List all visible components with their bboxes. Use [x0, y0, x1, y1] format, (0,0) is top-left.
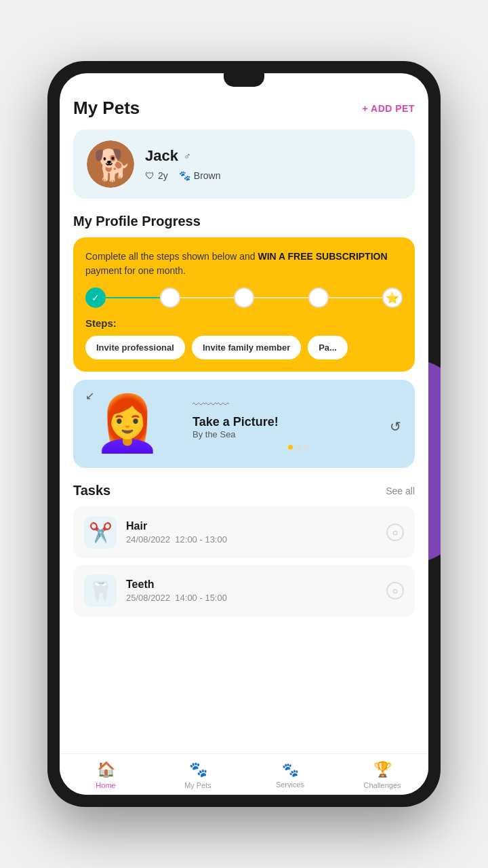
phone-notch [224, 73, 264, 87]
nav-item-my-pets[interactable]: 🐾 My Pets [178, 761, 218, 789]
task-hair-timerange: 12:00 - 13:00 [175, 534, 227, 545]
banner-emoji: 👩‍🦰 [94, 392, 161, 456]
see-all-button[interactable]: See all [386, 486, 415, 496]
nav-challenges-label: Challenges [363, 781, 401, 789]
steps-buttons: Invite professional Invite family member… [85, 336, 403, 359]
tooth-icon: 🦷 [89, 580, 113, 602]
nav-item-challenges[interactable]: 🏆 Challenges [362, 761, 403, 789]
pet-image [87, 140, 134, 188]
step-line-3 [254, 297, 308, 298]
banner-dots [192, 445, 404, 450]
promo-text: Complete all the steps shown below and W… [85, 250, 403, 278]
nav-services-label: Services [276, 781, 304, 789]
step-line-4 [329, 297, 383, 298]
pet-card: Jack ♂ 🛡 2y 🐾 Brown [73, 130, 415, 199]
pet-name: Jack [145, 147, 178, 165]
scissors-icon: ✂️ [89, 521, 113, 544]
pet-color: Brown [194, 170, 221, 181]
banner-content: ↺ 〰〰〰 Take a Picture! By the Sea [182, 398, 415, 450]
banner-card: ↙ 👩‍🦰 ↺ 〰〰〰 Take a Picture! By the Sea [73, 380, 415, 468]
progress-card: Complete all the steps shown below and W… [73, 237, 415, 372]
step-circle-2 [160, 288, 180, 308]
dot-1 [288, 445, 293, 450]
task-teeth-name: Teeth [126, 578, 377, 591]
bottom-nav: 🏠 Home 🐾 My Pets 🐾 Services 🏆 Challenges [60, 753, 428, 795]
star-icon: ⭐ [386, 292, 399, 304]
doodle-right-icon: ↺ [390, 418, 401, 435]
steps-label: Steps: [85, 317, 403, 329]
pet-color-item: 🐾 Brown [179, 170, 221, 181]
step-circle-3 [234, 288, 254, 308]
doodle-top-icon: ↙ [85, 389, 94, 402]
step-line-2 [180, 297, 235, 298]
nav-my-pets-label: My Pets [184, 781, 211, 789]
task-teeth-timerange: 14:00 - 15:00 [175, 593, 227, 603]
promo-highlight: WIN A FREE SUBSCRIPTION [258, 251, 387, 262]
home-icon: 🏠 [97, 761, 115, 778]
page-title: My Pets [73, 98, 140, 119]
step-circle-star: ⭐ [382, 288, 403, 308]
task-hair-card: ✂️ Hair 24/08/2022 12:00 - 13:00 ○ [73, 507, 415, 558]
task-hair-date: 24/08/2022 [126, 534, 170, 545]
task-hair-name: Hair [126, 520, 377, 532]
step-circle-4 [308, 288, 329, 308]
dot-3 [304, 445, 309, 450]
pa-button[interactable]: Pa... [308, 336, 348, 359]
dot-2 [296, 445, 301, 450]
pet-avatar [87, 140, 134, 188]
pet-details: 🛡 2y 🐾 Brown [145, 170, 401, 181]
checkmark-icon: ✓ [92, 292, 100, 303]
page-header: My Pets + ADD PET [73, 98, 415, 119]
nav-item-home[interactable]: 🏠 Home [85, 761, 126, 789]
task-teeth-info: Teeth 25/08/2022 14:00 - 15:00 [126, 578, 377, 603]
my-pets-icon: 🐾 [189, 761, 207, 778]
step-circle-1: ✓ [85, 288, 106, 308]
profile-progress-section: My Profile Progress Complete all the ste… [73, 214, 415, 372]
nav-home-label: Home [96, 781, 115, 789]
banner-subtitle: By the Sea [192, 429, 404, 439]
task-teeth-check[interactable]: ○ [386, 582, 404, 599]
task-teeth-card: 🦷 Teeth 25/08/2022 14:00 - 15:00 ○ [73, 565, 415, 616]
profile-progress-title: My Profile Progress [73, 214, 415, 229]
tasks-title: Tasks [73, 483, 110, 498]
pet-name-row: Jack ♂ [145, 147, 401, 165]
task-hair-info: Hair 24/08/2022 12:00 - 13:00 [126, 520, 377, 545]
task-teeth-time: 25/08/2022 14:00 - 15:00 [126, 593, 377, 603]
step-line-1 [106, 297, 160, 298]
tasks-header: Tasks See all [73, 483, 415, 498]
invite-family-member-button[interactable]: Invite family member [192, 336, 301, 359]
shield-icon: 🛡 [145, 170, 155, 181]
nav-item-services[interactable]: 🐾 Services [270, 762, 310, 789]
services-icon: 🐾 [282, 762, 299, 778]
gender-icon: ♂ [184, 151, 191, 161]
promo-text-2: payment for one month. [85, 265, 186, 276]
task-hair-icon-wrap: ✂️ [84, 516, 117, 549]
wave-icon: 〰〰〰 [192, 398, 404, 412]
promo-text-1: Complete all the steps shown below and [85, 251, 258, 262]
banner-title: Take a Picture! [192, 415, 404, 429]
pet-age: 2y [158, 170, 168, 181]
paw-icon: 🐾 [179, 170, 190, 181]
invite-professional-button[interactable]: Invite professional [85, 336, 185, 359]
task-hair-check[interactable]: ○ [386, 524, 404, 541]
add-pet-button[interactable]: + ADD PET [363, 103, 415, 114]
progress-steps-line: ✓ ⭐ [85, 288, 403, 308]
pet-age-item: 🛡 2y [145, 170, 168, 181]
challenges-icon: 🏆 [373, 761, 392, 778]
task-teeth-date: 25/08/2022 [126, 593, 170, 603]
pet-info: Jack ♂ 🛡 2y 🐾 Brown [145, 147, 401, 181]
task-teeth-icon-wrap: 🦷 [84, 574, 117, 607]
task-hair-time: 24/08/2022 12:00 - 13:00 [126, 534, 377, 545]
